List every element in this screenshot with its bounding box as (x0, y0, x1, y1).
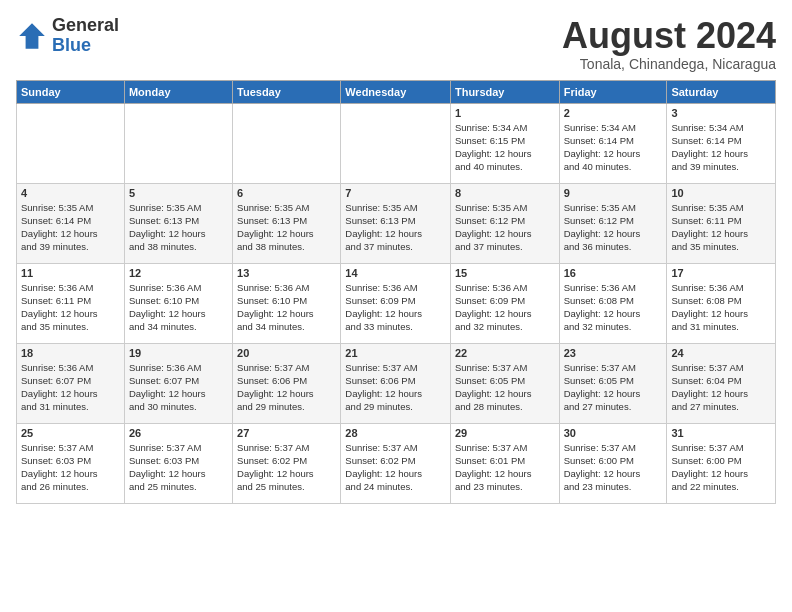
day-number: 19 (129, 347, 228, 359)
location-text: Tonala, Chinandega, Nicaragua (562, 56, 776, 72)
day-info: Sunrise: 5:37 AM Sunset: 6:03 PM Dayligh… (21, 441, 120, 494)
day-info: Sunrise: 5:37 AM Sunset: 6:04 PM Dayligh… (671, 361, 771, 414)
day-number: 24 (671, 347, 771, 359)
day-cell: 22Sunrise: 5:37 AM Sunset: 6:05 PM Dayli… (450, 343, 559, 423)
day-number: 1 (455, 107, 555, 119)
day-info: Sunrise: 5:36 AM Sunset: 6:09 PM Dayligh… (345, 281, 446, 334)
header-thursday: Thursday (450, 80, 559, 103)
calendar-table: SundayMondayTuesdayWednesdayThursdayFrid… (16, 80, 776, 504)
page-header: General Blue August 2024 Tonala, Chinand… (16, 16, 776, 72)
day-cell: 17Sunrise: 5:36 AM Sunset: 6:08 PM Dayli… (667, 263, 776, 343)
day-cell: 3Sunrise: 5:34 AM Sunset: 6:14 PM Daylig… (667, 103, 776, 183)
logo-general-text: General (52, 15, 119, 35)
day-number: 22 (455, 347, 555, 359)
day-info: Sunrise: 5:34 AM Sunset: 6:15 PM Dayligh… (455, 121, 555, 174)
day-number: 25 (21, 427, 120, 439)
day-info: Sunrise: 5:35 AM Sunset: 6:13 PM Dayligh… (129, 201, 228, 254)
day-number: 21 (345, 347, 446, 359)
day-cell: 26Sunrise: 5:37 AM Sunset: 6:03 PM Dayli… (124, 423, 232, 503)
day-number: 7 (345, 187, 446, 199)
day-cell: 20Sunrise: 5:37 AM Sunset: 6:06 PM Dayli… (233, 343, 341, 423)
day-cell: 28Sunrise: 5:37 AM Sunset: 6:02 PM Dayli… (341, 423, 451, 503)
week-row-2: 4Sunrise: 5:35 AM Sunset: 6:14 PM Daylig… (17, 183, 776, 263)
day-cell: 8Sunrise: 5:35 AM Sunset: 6:12 PM Daylig… (450, 183, 559, 263)
day-number: 11 (21, 267, 120, 279)
day-cell: 7Sunrise: 5:35 AM Sunset: 6:13 PM Daylig… (341, 183, 451, 263)
day-number: 28 (345, 427, 446, 439)
day-cell: 21Sunrise: 5:37 AM Sunset: 6:06 PM Dayli… (341, 343, 451, 423)
day-number: 17 (671, 267, 771, 279)
day-number: 16 (564, 267, 663, 279)
day-number: 15 (455, 267, 555, 279)
week-row-4: 18Sunrise: 5:36 AM Sunset: 6:07 PM Dayli… (17, 343, 776, 423)
day-info: Sunrise: 5:37 AM Sunset: 6:03 PM Dayligh… (129, 441, 228, 494)
week-row-3: 11Sunrise: 5:36 AM Sunset: 6:11 PM Dayli… (17, 263, 776, 343)
day-number: 27 (237, 427, 336, 439)
day-info: Sunrise: 5:35 AM Sunset: 6:12 PM Dayligh… (455, 201, 555, 254)
header-tuesday: Tuesday (233, 80, 341, 103)
day-number: 4 (21, 187, 120, 199)
day-number: 8 (455, 187, 555, 199)
logo-icon (16, 20, 48, 52)
day-number: 14 (345, 267, 446, 279)
day-info: Sunrise: 5:37 AM Sunset: 6:06 PM Dayligh… (237, 361, 336, 414)
header-saturday: Saturday (667, 80, 776, 103)
header-row: SundayMondayTuesdayWednesdayThursdayFrid… (17, 80, 776, 103)
day-info: Sunrise: 5:36 AM Sunset: 6:07 PM Dayligh… (21, 361, 120, 414)
day-cell: 4Sunrise: 5:35 AM Sunset: 6:14 PM Daylig… (17, 183, 125, 263)
day-number: 30 (564, 427, 663, 439)
logo-blue-text: Blue (52, 35, 91, 55)
day-info: Sunrise: 5:37 AM Sunset: 6:05 PM Dayligh… (455, 361, 555, 414)
day-info: Sunrise: 5:36 AM Sunset: 6:10 PM Dayligh… (129, 281, 228, 334)
day-number: 2 (564, 107, 663, 119)
day-number: 23 (564, 347, 663, 359)
day-cell (124, 103, 232, 183)
logo: General Blue (16, 16, 119, 56)
day-number: 18 (21, 347, 120, 359)
day-info: Sunrise: 5:36 AM Sunset: 6:07 PM Dayligh… (129, 361, 228, 414)
day-number: 3 (671, 107, 771, 119)
day-cell (17, 103, 125, 183)
day-info: Sunrise: 5:35 AM Sunset: 6:13 PM Dayligh… (237, 201, 336, 254)
day-info: Sunrise: 5:36 AM Sunset: 6:08 PM Dayligh… (671, 281, 771, 334)
day-info: Sunrise: 5:35 AM Sunset: 6:11 PM Dayligh… (671, 201, 771, 254)
day-info: Sunrise: 5:36 AM Sunset: 6:08 PM Dayligh… (564, 281, 663, 334)
day-cell: 29Sunrise: 5:37 AM Sunset: 6:01 PM Dayli… (450, 423, 559, 503)
day-cell: 14Sunrise: 5:36 AM Sunset: 6:09 PM Dayli… (341, 263, 451, 343)
day-number: 13 (237, 267, 336, 279)
day-info: Sunrise: 5:36 AM Sunset: 6:10 PM Dayligh… (237, 281, 336, 334)
day-cell: 10Sunrise: 5:35 AM Sunset: 6:11 PM Dayli… (667, 183, 776, 263)
day-cell: 9Sunrise: 5:35 AM Sunset: 6:12 PM Daylig… (559, 183, 667, 263)
day-cell: 25Sunrise: 5:37 AM Sunset: 6:03 PM Dayli… (17, 423, 125, 503)
day-cell: 27Sunrise: 5:37 AM Sunset: 6:02 PM Dayli… (233, 423, 341, 503)
day-number: 31 (671, 427, 771, 439)
day-number: 9 (564, 187, 663, 199)
day-info: Sunrise: 5:35 AM Sunset: 6:13 PM Dayligh… (345, 201, 446, 254)
day-number: 26 (129, 427, 228, 439)
day-cell: 11Sunrise: 5:36 AM Sunset: 6:11 PM Dayli… (17, 263, 125, 343)
day-cell: 5Sunrise: 5:35 AM Sunset: 6:13 PM Daylig… (124, 183, 232, 263)
day-number: 29 (455, 427, 555, 439)
day-info: Sunrise: 5:35 AM Sunset: 6:12 PM Dayligh… (564, 201, 663, 254)
week-row-5: 25Sunrise: 5:37 AM Sunset: 6:03 PM Dayli… (17, 423, 776, 503)
day-cell: 13Sunrise: 5:36 AM Sunset: 6:10 PM Dayli… (233, 263, 341, 343)
day-number: 10 (671, 187, 771, 199)
header-wednesday: Wednesday (341, 80, 451, 103)
month-title: August 2024 (562, 16, 776, 56)
day-info: Sunrise: 5:35 AM Sunset: 6:14 PM Dayligh… (21, 201, 120, 254)
day-info: Sunrise: 5:36 AM Sunset: 6:09 PM Dayligh… (455, 281, 555, 334)
day-info: Sunrise: 5:37 AM Sunset: 6:02 PM Dayligh… (345, 441, 446, 494)
day-info: Sunrise: 5:37 AM Sunset: 6:02 PM Dayligh… (237, 441, 336, 494)
day-cell: 12Sunrise: 5:36 AM Sunset: 6:10 PM Dayli… (124, 263, 232, 343)
day-cell: 15Sunrise: 5:36 AM Sunset: 6:09 PM Dayli… (450, 263, 559, 343)
header-monday: Monday (124, 80, 232, 103)
week-row-1: 1Sunrise: 5:34 AM Sunset: 6:15 PM Daylig… (17, 103, 776, 183)
day-cell: 24Sunrise: 5:37 AM Sunset: 6:04 PM Dayli… (667, 343, 776, 423)
day-cell: 30Sunrise: 5:37 AM Sunset: 6:00 PM Dayli… (559, 423, 667, 503)
day-cell: 31Sunrise: 5:37 AM Sunset: 6:00 PM Dayli… (667, 423, 776, 503)
day-cell: 6Sunrise: 5:35 AM Sunset: 6:13 PM Daylig… (233, 183, 341, 263)
day-info: Sunrise: 5:36 AM Sunset: 6:11 PM Dayligh… (21, 281, 120, 334)
day-cell: 23Sunrise: 5:37 AM Sunset: 6:05 PM Dayli… (559, 343, 667, 423)
day-cell: 1Sunrise: 5:34 AM Sunset: 6:15 PM Daylig… (450, 103, 559, 183)
day-number: 12 (129, 267, 228, 279)
